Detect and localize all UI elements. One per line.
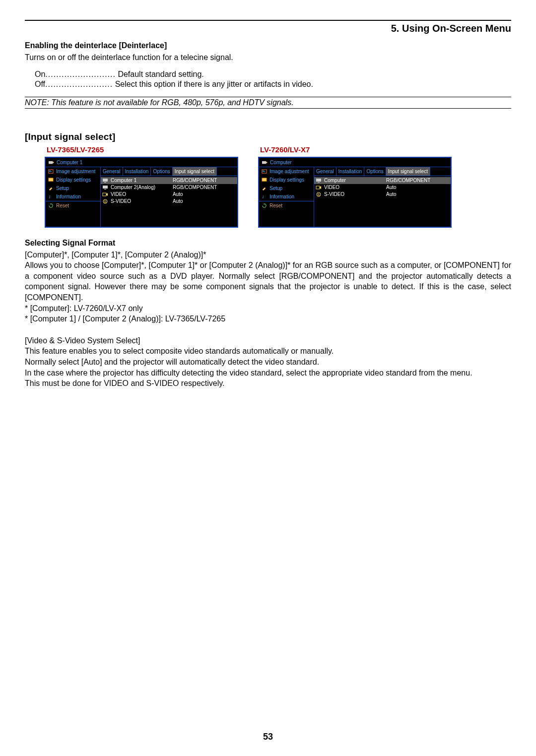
signal-row[interactable]: Computer RGB/COMPONENT xyxy=(314,177,451,184)
signal-value: Auto xyxy=(173,198,183,204)
signal-label: Computer 1 xyxy=(111,178,170,183)
svg-rect-24 xyxy=(316,179,321,182)
signal-value: Auto xyxy=(386,185,397,190)
signal-label: VIDEO xyxy=(324,185,384,190)
option-off-label: Off xyxy=(35,80,45,88)
note-line: NOTE: This feature is not available for … xyxy=(25,97,511,109)
nav-setup[interactable]: Setup xyxy=(46,184,100,192)
nav-label: Setup xyxy=(269,186,282,191)
tab-general[interactable]: General xyxy=(101,167,123,176)
signal-value: Auto xyxy=(386,191,397,197)
svg-text:S: S xyxy=(104,200,107,203)
nav-label: Display settings xyxy=(56,177,91,183)
svg-marker-23 xyxy=(264,203,265,205)
reset-icon xyxy=(262,203,267,208)
nav-image-adjustment[interactable]: Image adjustment xyxy=(259,167,314,176)
svideo-icon: S xyxy=(102,199,108,203)
page-number: 53 xyxy=(0,732,536,742)
tab-row: General Installation Options Input signa… xyxy=(101,167,237,176)
nav-display-settings[interactable]: Display settings xyxy=(259,176,314,184)
nav-information[interactable]: i Information xyxy=(259,192,314,201)
vs-l4: This must be done for VIDEO and S-VIDEO … xyxy=(25,378,511,389)
computer-icon xyxy=(102,185,108,189)
tab-input-signal-select[interactable]: Input signal select xyxy=(386,167,430,176)
nav-label: Reset xyxy=(56,203,69,208)
signal-label: S-VIDEO xyxy=(111,198,170,204)
svg-rect-8 xyxy=(103,179,108,182)
model-label-right: LV-7260/LV-X7 xyxy=(258,145,452,154)
osd-right: Computer Image adjustment Display settin… xyxy=(258,157,452,228)
tab-options[interactable]: Options xyxy=(364,167,386,176)
osd-title-text: Computer 1 xyxy=(57,160,82,165)
heading-selecting-signal-format: Selecting Signal Format xyxy=(25,239,511,248)
svg-rect-3 xyxy=(49,170,51,171)
heading-deinterlace: Enabling the deinterlace [Deinterlace] xyxy=(25,41,511,50)
sf-line1: [Computer]*, [Computer 1]*, [Computer 2 … xyxy=(25,250,511,260)
signal-row[interactable]: Computer 2(Analog) RGB/COMPONENT xyxy=(101,184,237,191)
signal-row[interactable]: S S-VIDEO Auto xyxy=(314,191,451,198)
osd-title-left: Computer 1 xyxy=(46,158,237,167)
nav-reset[interactable]: Reset xyxy=(259,201,314,210)
option-on-desc: Default standard setting. xyxy=(118,70,203,78)
svg-rect-21 xyxy=(262,178,267,181)
deinterlace-desc: Turns on or off the deinterlace function… xyxy=(25,52,511,63)
tab-row: General Installation Options Input signa… xyxy=(314,167,451,176)
sliders-icon xyxy=(262,169,267,174)
nav-reset[interactable]: Reset xyxy=(46,201,100,210)
video-icon xyxy=(316,185,322,189)
svg-rect-20 xyxy=(263,171,265,172)
option-off: Off......................... Select this… xyxy=(35,80,511,89)
svg-rect-4 xyxy=(49,171,52,172)
signal-row[interactable]: VIDEO Auto xyxy=(314,184,451,191)
nav-label: Image adjustment xyxy=(56,169,96,174)
model-label-left: LV-7365/LV-7265 xyxy=(45,145,238,154)
signal-row[interactable]: VIDEO Auto xyxy=(101,191,237,198)
osd-nav: Image adjustment Display settings Setup … xyxy=(259,167,314,227)
vs-l3: In the case where the projector has diff… xyxy=(25,368,511,378)
nav-display-settings[interactable]: Display settings xyxy=(46,176,100,184)
signal-row[interactable]: S S-VIDEO Auto xyxy=(101,198,237,205)
signal-label: Computer 2(Analog) xyxy=(111,185,170,190)
svg-rect-12 xyxy=(103,193,106,196)
option-on-label: On xyxy=(35,70,45,78)
signal-label: Computer xyxy=(324,178,384,183)
signal-value: Auto xyxy=(173,191,183,197)
computer-icon xyxy=(102,178,108,183)
option-off-desc: Select this option if there is any jitte… xyxy=(115,80,313,88)
tab-general[interactable]: General xyxy=(314,167,336,176)
sf-foot2: * [Computer 1] / [Computer 2 (Analog)]: … xyxy=(25,314,511,324)
reset-icon xyxy=(48,203,54,208)
tab-input-signal-select[interactable]: Input signal select xyxy=(173,167,217,176)
section-input-signal: [Input signal select] xyxy=(25,131,511,142)
signal-value: RGB/COMPONENT xyxy=(386,178,430,183)
tab-installation[interactable]: Installation xyxy=(123,167,151,176)
signal-row[interactable]: Computer 1 RGB/COMPONENT xyxy=(101,177,237,184)
signal-label: S-VIDEO xyxy=(324,191,384,197)
svg-rect-9 xyxy=(104,182,106,183)
svg-rect-0 xyxy=(49,161,53,163)
vs-head: [Video & S-Video System Select] xyxy=(25,335,511,346)
computer-icon xyxy=(316,178,322,183)
svg-rect-26 xyxy=(316,186,320,189)
nav-label: Information xyxy=(56,194,81,199)
dots: ......................... xyxy=(45,80,113,88)
svg-rect-11 xyxy=(104,189,106,189)
svg-rect-5 xyxy=(49,178,53,181)
info-icon: i xyxy=(48,194,54,199)
nav-image-adjustment[interactable]: Image adjustment xyxy=(46,167,100,176)
nav-setup[interactable]: Setup xyxy=(259,184,314,192)
svg-marker-7 xyxy=(50,203,51,205)
sf-para: Allows you to choose [Computer]*, [Compu… xyxy=(25,260,511,303)
tab-installation[interactable]: Installation xyxy=(336,167,365,176)
svg-text:S: S xyxy=(318,193,320,196)
signal-value: RGB/COMPONENT xyxy=(173,178,217,183)
signal-value: RGB/COMPONENT xyxy=(173,185,217,190)
svg-point-17 xyxy=(266,162,268,163)
nav-label: Image adjustment xyxy=(269,169,309,174)
tab-options[interactable]: Options xyxy=(151,167,172,176)
nav-information[interactable]: i Information xyxy=(46,192,100,201)
dots: .......................... xyxy=(45,70,116,78)
osd-title-text: Computer xyxy=(270,160,292,165)
svg-rect-19 xyxy=(263,170,265,171)
option-on: On.......................... Default sta… xyxy=(35,70,511,79)
